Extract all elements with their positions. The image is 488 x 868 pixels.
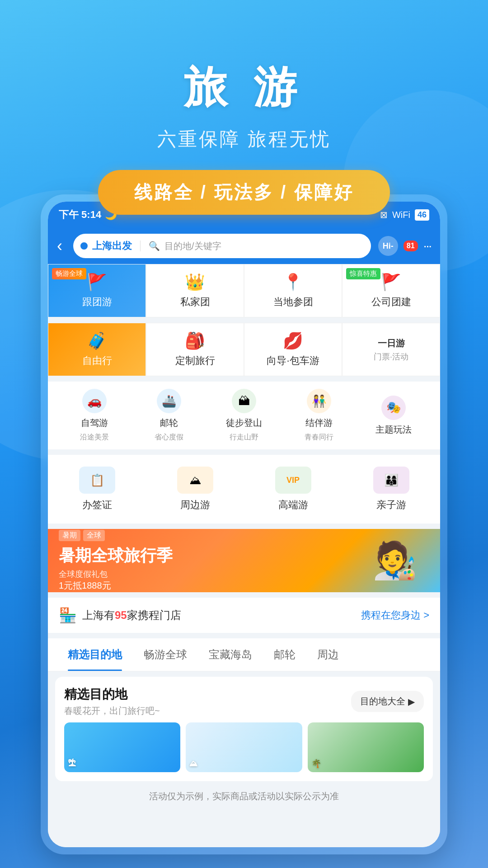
cat-private-tour[interactable]: 👑 私家团: [146, 264, 244, 317]
nav-actions: Hi- 81 ···: [378, 236, 431, 256]
banner-tag-2: 全球: [83, 530, 105, 541]
store-count: 95: [115, 609, 127, 621]
hike-icon: 🏔: [232, 389, 256, 413]
category-grid-row2: 🧳 自由行 🎒 定制旅行 💋 向导·包车游 一日游 门票·活动: [48, 323, 440, 376]
cat-local-tour[interactable]: 📍 当地参团: [244, 264, 342, 317]
hike-label: 徒步登山: [226, 417, 262, 429]
search-divider: [140, 241, 141, 251]
cat-company-tour[interactable]: 惊喜特惠 🚩 公司团建: [342, 264, 440, 317]
icon-hike[interactable]: 🏔 徒步登山 行走山野: [206, 389, 282, 442]
cat-group-tour[interactable]: 畅游全球 🚩 跟团游: [48, 264, 146, 317]
dest-bg-3: 🌴: [308, 722, 424, 772]
local-tour-label: 当地参团: [273, 295, 313, 309]
phone-screen: 下午 5:14 🌙 ⊠ WiFi 46 ‹ 上海出发 🔍 目的地/关键字 Hi-: [48, 202, 440, 847]
back-button[interactable]: ‹: [57, 236, 62, 255]
store-info: 🏪 上海有95家携程门店 携程在您身边 >: [48, 598, 440, 633]
service-visa[interactable]: 📋 办签证: [48, 462, 146, 516]
cartoon-icon: 🧑‍🎨: [372, 539, 418, 582]
featured-btn-label: 目的地大全: [360, 695, 405, 708]
dest-bg-2: ⛰: [186, 722, 302, 772]
tab-global[interactable]: 畅游全球: [133, 638, 198, 671]
search-placeholder: 目的地/关键字: [164, 240, 221, 252]
store-link-text: 携程在您身边 >: [361, 609, 429, 622]
hero-badge[interactable]: 线路全 / 玩法多 / 保障好: [98, 170, 390, 215]
tabs-row: 精选目的地 畅游全球 宝藏海岛 邮轮 周边: [48, 638, 440, 671]
tab-cruise[interactable]: 邮轮: [263, 638, 306, 671]
banner-text: 暑期 全球 暑期全球旅行季 全球度假礼包 1元抵1888元: [59, 530, 173, 592]
hero-title: 旅 游: [0, 59, 488, 118]
tab-island[interactable]: 宝藏海岛: [198, 638, 263, 671]
banner-tag-1: 暑期: [59, 530, 80, 541]
icon-companion[interactable]: 👫 结伴游 青春同行: [282, 389, 357, 442]
banner-tags: 暑期 全球: [59, 530, 173, 541]
cat-free-tour[interactable]: 🧳 自由行: [48, 323, 146, 376]
tab-nearby[interactable]: 周边: [306, 638, 350, 671]
theme-icon: 🎭: [381, 396, 406, 420]
banner-promo: 1元抵1888元: [59, 580, 173, 592]
dest-card-2[interactable]: ⛰: [186, 722, 302, 772]
store-left: 🏪 上海有95家携程门店: [59, 607, 181, 624]
group-tour-label: 跟团游: [82, 295, 112, 309]
hi-badge: Hi-: [383, 241, 394, 251]
nav-bar: ‹ 上海出发 🔍 目的地/关键字 Hi- 81 ···: [48, 228, 440, 264]
dest-label-1: 🏝: [68, 759, 76, 769]
service-family[interactable]: 👨‍👩‍👦 亲子游: [342, 462, 440, 516]
family-label: 亲子游: [376, 498, 406, 512]
departure-city: 上海出发: [92, 239, 132, 253]
hero-section: 旅 游 六重保障 旅程无忧 线路全 / 玩法多 / 保障好: [0, 0, 488, 215]
hero-subtitle: 六重保障 旅程无忧: [0, 127, 488, 152]
featured-subtitle: 春暖花开，出门旅行吧~: [64, 705, 160, 717]
search-box[interactable]: 上海出发 🔍 目的地/关键字: [73, 234, 371, 258]
dest-bg-1: 🏝: [64, 722, 180, 772]
featured-all-btn[interactable]: 目的地大全 ▶: [351, 691, 424, 712]
location-icon: [80, 242, 88, 250]
main-content[interactable]: 畅游全球 🚩 跟团游 👑 私家团 📍 当地参团 惊喜特惠 🚩 公司团建: [48, 264, 440, 847]
companion-icon: 👫: [307, 389, 331, 413]
icon-cruise[interactable]: 🚢 邮轮 省心度假: [132, 389, 207, 442]
icon-drive[interactable]: 🚗 自驾游 沿途美景: [57, 389, 132, 442]
promo-tag-company: 惊喜特惠: [346, 268, 380, 279]
notification-badge[interactable]: 81: [404, 241, 418, 251]
featured-header-left: 精选目的地 春暖花开，出门旅行吧~: [64, 686, 160, 717]
dest-card-3[interactable]: 🌴: [308, 722, 424, 772]
service-nearby[interactable]: ⛰ 周边游: [146, 462, 244, 516]
guide-tour-icon: 💋: [283, 331, 303, 350]
drive-sublabel: 沿途美景: [80, 433, 109, 442]
dest-label-2: ⛰: [189, 759, 197, 769]
dest-label-3: 🌴: [311, 759, 321, 769]
nearby-label: 周边游: [180, 498, 210, 512]
service-luxury[interactable]: VIP 高端游: [244, 462, 342, 516]
custom-tour-label: 定制旅行: [175, 354, 215, 368]
luxury-icon: VIP: [275, 467, 311, 494]
cat-custom-tour[interactable]: 🎒 定制旅行: [146, 323, 244, 376]
featured-section: 精选目的地 春暖花开，出门旅行吧~ 目的地大全 ▶ 🏝: [55, 677, 433, 781]
store-link[interactable]: 携程在您身边 >: [361, 609, 429, 622]
visa-icon: 📋: [79, 467, 115, 494]
banner-image: 🧑‍🎨: [359, 533, 431, 588]
more-button[interactable]: ···: [423, 239, 431, 253]
visa-label: 办签证: [82, 498, 112, 512]
local-tour-icon: 📍: [283, 273, 303, 292]
featured-title: 精选目的地: [64, 686, 160, 703]
store-text: 上海有95家携程门店: [82, 608, 181, 623]
featured-images: 🏝 ⛰ 🌴: [64, 722, 424, 772]
featured-btn-icon: ▶: [408, 696, 415, 707]
icon-theme[interactable]: 🎭 主题玩法: [356, 396, 431, 436]
tab-featured[interactable]: 精选目的地: [57, 638, 133, 671]
daytrip-label2: 门票·活动: [374, 351, 408, 362]
nearby-icon: ⛰: [177, 467, 213, 494]
group-tour-icon: 🚩: [87, 273, 107, 292]
dest-card-1[interactable]: 🏝: [64, 722, 180, 772]
banner-summer[interactable]: 暑期 全球 暑期全球旅行季 全球度假礼包 1元抵1888元 🧑‍🎨: [48, 529, 440, 592]
private-tour-icon: 👑: [185, 273, 205, 292]
family-icon: 👨‍👩‍👦: [373, 467, 409, 494]
theme-label: 主题玩法: [375, 424, 412, 436]
icon-row: 🚗 自驾游 沿途美景 🚢 邮轮 省心度假 🏔 徒步登山 行走山野 👫 结伴游: [48, 382, 440, 449]
free-tour-icon: 🧳: [87, 331, 107, 350]
cat-guide-tour[interactable]: 💋 向导·包车游: [244, 323, 342, 376]
avatar-icon[interactable]: Hi-: [378, 236, 398, 256]
search-icon: 🔍: [149, 241, 160, 251]
drive-icon: 🚗: [82, 389, 107, 413]
cat-daytrip[interactable]: 一日游 门票·活动: [342, 323, 440, 376]
banner-title: 暑期全球旅行季: [59, 545, 173, 567]
